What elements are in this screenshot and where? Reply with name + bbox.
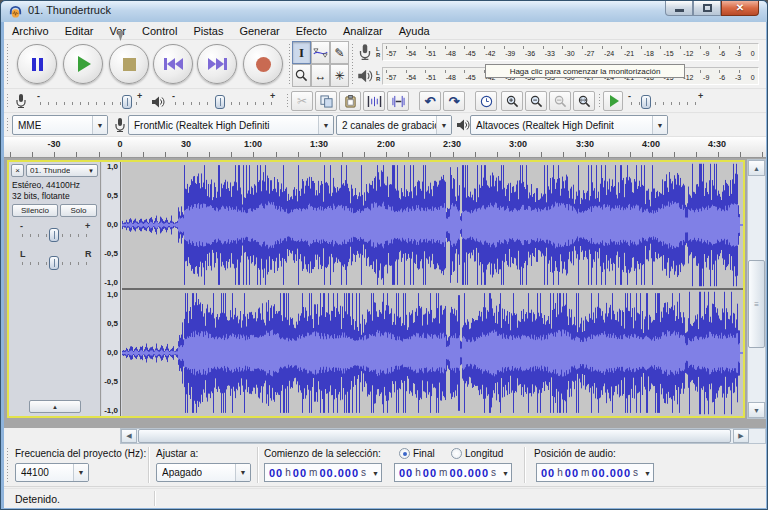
vertical-scroll-thumb[interactable]: ≡ (748, 260, 765, 348)
horizontal-scrollbar[interactable]: ◀ ▶ (120, 428, 766, 444)
output-volume-thumb[interactable] (215, 95, 225, 109)
timeline-label: 2:00 (377, 139, 395, 149)
rewind-button[interactable] (153, 44, 193, 84)
fit-project-button[interactable] (573, 91, 595, 111)
project-rate-select[interactable]: 44100 ▼ (15, 463, 89, 482)
stop-icon (123, 58, 136, 71)
play-button[interactable] (63, 44, 103, 84)
gain-slider-thumb[interactable] (49, 228, 59, 242)
waveform-channel-left[interactable] (122, 162, 743, 288)
redo-button[interactable]: ↷ (443, 91, 465, 111)
scroll-left-button[interactable]: ◀ (121, 429, 137, 443)
undo-button[interactable]: ↶ (419, 91, 441, 111)
track-close-button[interactable]: × (11, 164, 24, 177)
length-radio[interactable]: Longitud (451, 448, 503, 459)
silence-button[interactable] (387, 91, 409, 111)
selection-end-timefield[interactable]: 00h00m00.000s ▼ (394, 463, 512, 482)
zoom-tool-button[interactable] (292, 64, 311, 87)
amp-label: -0,5 (104, 250, 118, 258)
output-volume-slider[interactable] (175, 102, 275, 105)
seconds-value: 00.000 (449, 467, 489, 479)
horizontal-scroll-thumb[interactable] (138, 429, 731, 443)
track-title: 01. Thunde (30, 166, 70, 175)
amp-label: 0,0 (107, 221, 118, 229)
menu-item[interactable]: Ver (101, 22, 134, 40)
input-volume-thumb[interactable] (122, 95, 132, 109)
play-at-speed-button[interactable] (603, 91, 623, 111)
device-toolbar-grip[interactable] (6, 117, 10, 133)
edit-toolbar-grip[interactable] (286, 93, 290, 109)
selection-tool-button[interactable]: I (292, 41, 311, 64)
pan-slider-thumb[interactable] (49, 256, 59, 270)
audio-position-timefield[interactable]: 00h00m00.000s ▼ (536, 463, 654, 482)
chevron-down-icon: ▼ (235, 464, 250, 481)
menu-item[interactable]: Ayuda (391, 22, 438, 40)
chevron-down-icon: ▼ (502, 470, 509, 477)
menu-item[interactable]: Archivo (4, 22, 57, 40)
selection-toolbar-grip[interactable] (6, 447, 10, 483)
speed-slider-thumb[interactable] (641, 95, 651, 109)
menu-item[interactable]: Efecto (288, 22, 335, 40)
multi-tool-button[interactable]: ✳ (330, 64, 349, 87)
waveform-channel-right[interactable] (122, 290, 743, 416)
record-button[interactable] (243, 44, 283, 84)
menu-item[interactable]: Control (134, 22, 185, 40)
seconds-value: 00.000 (591, 467, 631, 479)
menu-item[interactable]: Editar (57, 22, 102, 40)
fit-project-icon (578, 95, 591, 108)
record-channels-select[interactable]: 2 canales de grabació ▼ (336, 115, 452, 135)
scroll-right-button[interactable]: ▶ (733, 429, 749, 443)
track-title-menu[interactable]: 01. Thunde ▼ (26, 164, 98, 177)
copy-button[interactable] (315, 91, 337, 111)
transcription-toolbar-grip[interactable] (598, 93, 602, 109)
solo-button[interactable]: Solo (60, 204, 97, 217)
snap-to-select[interactable]: Apagado ▼ (156, 463, 251, 482)
selection-toolbar: Frecuencia del proyecto (Hz): 44100 ▼ Aj… (4, 444, 766, 487)
menu-item[interactable]: Pistas (185, 22, 231, 40)
close-button[interactable]: ✕ (721, 1, 759, 16)
meter-db-label: -24 (604, 50, 614, 57)
forward-icon (208, 58, 227, 70)
cut-button[interactable]: ✂ (291, 91, 313, 111)
timeshift-tool-button[interactable]: ↔ (311, 64, 330, 87)
end-radio[interactable]: Final (399, 448, 435, 459)
title-bar[interactable]: 01. Thundertruck ✕ (1, 1, 767, 22)
trim-button[interactable] (363, 91, 385, 111)
selection-start-timefield[interactable]: 00h00m00.000s ▼ (264, 463, 382, 482)
amp-label: 0,5 (107, 320, 118, 328)
minimize-button[interactable] (665, 1, 693, 16)
audio-position-label: Posición de audio: (534, 448, 616, 459)
forward-button[interactable] (197, 44, 237, 84)
recording-meter[interactable]: LR -57-54-51-48-45-42-39-36-33-30-27-24-… (355, 41, 759, 63)
menu-item[interactable]: Generar (231, 22, 287, 40)
audio-host-select[interactable]: MME ▼ (12, 115, 108, 135)
output-device-select[interactable]: Altavoces (Realtek High Definit ▼ (470, 115, 668, 135)
paste-button[interactable] (339, 91, 361, 111)
menu-item[interactable]: Analizar (335, 22, 391, 40)
stop-button[interactable] (109, 44, 149, 84)
meter-db-label: -45 (466, 50, 476, 57)
maximize-button[interactable] (693, 1, 721, 16)
timeline-label: 1:00 (244, 139, 262, 149)
maximize-icon (703, 4, 712, 12)
scroll-down-button[interactable]: ▼ (748, 402, 765, 418)
track-format-line2: 32 bits, flotante (12, 191, 70, 201)
timeline-label: 2:30 (443, 139, 461, 149)
transport-toolbar-grip[interactable] (6, 43, 10, 85)
collapse-track-button[interactable]: ▲ (29, 400, 81, 413)
mute-button[interactable]: Silencio (12, 204, 58, 217)
envelope-tool-button[interactable] (311, 41, 330, 64)
fit-selection-button[interactable] (549, 91, 571, 111)
sync-lock-button[interactable] (475, 91, 497, 111)
zoom-in-button[interactable] (501, 91, 523, 111)
zoom-out-button[interactable] (525, 91, 547, 111)
output-volume-max: + (270, 92, 275, 100)
vertical-scrollbar[interactable]: ▲ ≡ ▼ (747, 159, 766, 419)
timeline-ruler[interactable]: -300301:001:302:002:303:003:304:004:30 (4, 137, 766, 158)
pause-button[interactable] (17, 44, 57, 84)
input-device-select[interactable]: FrontMic (Realtek High Definiti ▼ (128, 115, 334, 135)
separator (154, 491, 155, 506)
scroll-up-button[interactable]: ▲ (748, 160, 765, 176)
draw-tool-button[interactable]: ✎ (330, 41, 349, 64)
mixer-toolbar-grip[interactable] (6, 93, 10, 109)
